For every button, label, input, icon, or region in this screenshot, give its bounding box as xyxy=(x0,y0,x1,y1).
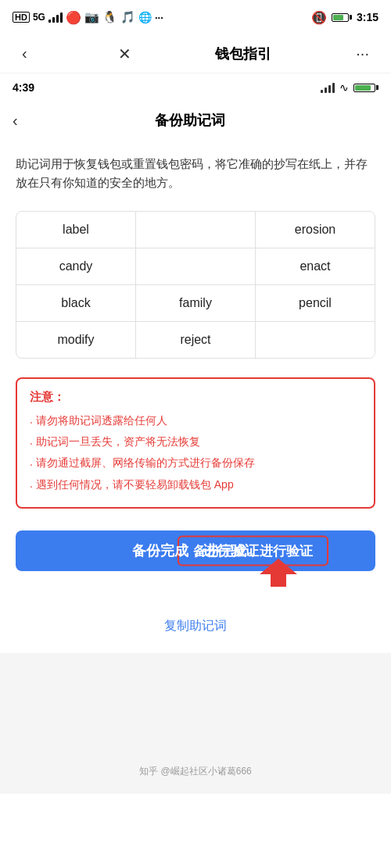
bullet-icon: · xyxy=(30,477,33,496)
mnemonic-cell-4-1: modify xyxy=(16,322,136,358)
inner-status-icons: ∿ xyxy=(321,81,378,94)
mnemonic-row: black family pencil xyxy=(16,285,375,322)
outer-nav-title: 钱包指引 xyxy=(215,45,271,63)
signal-icon xyxy=(48,12,63,23)
confirm-button[interactable]: 备份完成，进行验证 备份完成，进行验证 xyxy=(16,530,375,571)
inner-time: 4:39 xyxy=(13,81,34,94)
status-left: HD 5G 🔴 📷 🐧 🎵 🌐 ··· xyxy=(13,10,163,25)
warning-item-3: · 请勿通过截屏、网络传输的方式进行备份保存 xyxy=(30,453,361,474)
copy-link[interactable]: 复制助记词 xyxy=(16,612,375,641)
outer-back-button[interactable]: ‹ xyxy=(16,41,34,66)
bullet-icon: · xyxy=(30,455,33,474)
outer-status-bar: HD 5G 🔴 📷 🐧 🎵 🌐 ··· 📵 3:15 xyxy=(0,0,391,34)
warning-item-4: · 遇到任何情况，请不要轻易卸载钱包 App xyxy=(30,475,361,496)
svg-marker-0 xyxy=(260,559,297,587)
mnemonic-cell-2-3: enact xyxy=(256,248,375,284)
inner-back-button[interactable]: ‹ xyxy=(13,112,18,130)
mnemonic-cell-1-1: label xyxy=(16,212,136,248)
btn-section: 备份完成，进行验证 备份完成，进行验证 复制助记词 xyxy=(16,530,375,653)
5g-badge: 5G xyxy=(33,12,45,23)
browser-icon: 🌐 xyxy=(138,11,152,23)
status-right: 📵 3:15 xyxy=(311,10,378,25)
battery-icon xyxy=(332,13,352,22)
inner-signal-icon xyxy=(321,82,335,93)
more-apps: ··· xyxy=(155,12,163,23)
mnemonic-cell-1-2 xyxy=(136,212,256,248)
outer-close-button[interactable]: ✕ xyxy=(112,41,138,66)
bullet-icon: · xyxy=(30,413,33,432)
description-text: 助记词用于恢复钱包或重置钱包密码，将它准确的抄写在纸上，并存放在只有你知道的安全… xyxy=(16,155,375,192)
bottom-area: 知乎 @崛起社区小诸葛666 xyxy=(0,653,391,794)
warning-item-2: · 助记词一旦丢失，资产将无法恢复 xyxy=(30,432,361,453)
mnemonic-row: label erosion xyxy=(16,212,375,248)
mnemonic-cell-4-3 xyxy=(256,322,375,358)
music-icon: 🎵 xyxy=(120,10,135,24)
confirm-btn-wrapper: 备份完成，进行验证 备份完成，进行验证 xyxy=(16,530,375,571)
bullet-icon: · xyxy=(30,434,33,453)
confirm-button-text: 备份完成，进行验证 xyxy=(132,541,259,560)
warning-item-1: · 请勿将助记词透露给任何人 xyxy=(30,411,361,432)
mnemonic-cell-2-2 xyxy=(136,248,256,284)
mnemonic-cell-1-3: erosion xyxy=(256,212,375,248)
inner-status-bar: 4:39 ∿ xyxy=(0,73,391,102)
outer-more-button[interactable]: ··· xyxy=(350,41,375,66)
mnemonic-cell-3-2: family xyxy=(136,285,256,321)
outer-nav: ‹ ✕ 钱包指引 ··· xyxy=(0,34,391,73)
mnemonic-cell-2-1: candy xyxy=(16,248,136,284)
mnemonic-grid: label erosion candy enact black family p… xyxy=(16,211,375,359)
no-signal-icon: 📵 xyxy=(311,10,327,25)
inner-nav-title: 备份助记词 xyxy=(18,111,363,130)
red-arrow-icon xyxy=(260,559,297,587)
mnemonic-cell-3-3: pencil xyxy=(256,285,375,321)
warning-title: 注意： xyxy=(30,390,361,405)
wifi-icon: ∿ xyxy=(339,81,349,94)
main-content: 助记词用于恢复钱包或重置钱包密码，将它准确的抄写在纸上，并存放在只有你知道的安全… xyxy=(0,139,391,653)
warning-box: 注意： · 请勿将助记词透露给任何人 · 助记词一旦丢失，资产将无法恢复 · 请… xyxy=(16,377,375,509)
watermark: 知乎 @崛起社区小诸葛666 xyxy=(139,765,252,778)
mnemonic-row: modify reject xyxy=(16,322,375,358)
weibo-icon: 🔴 xyxy=(66,10,81,25)
mnemonic-row: candy enact xyxy=(16,248,375,285)
inner-nav: ‹ 备份助记词 xyxy=(0,102,391,139)
mnemonic-cell-4-2: reject xyxy=(136,322,256,358)
qq-icon: 🐧 xyxy=(102,10,117,24)
camera-icon: 📷 xyxy=(84,10,99,24)
mnemonic-cell-3-1: black xyxy=(16,285,136,321)
inner-battery-icon xyxy=(353,84,378,92)
outer-time: 3:15 xyxy=(357,11,378,23)
inner-app: 4:39 ∿ ‹ 备份助记词 助记词用于恢复钱包或重置钱包密码，将它准确的抄写在… xyxy=(0,73,391,794)
hd-badge: HD xyxy=(13,12,30,23)
